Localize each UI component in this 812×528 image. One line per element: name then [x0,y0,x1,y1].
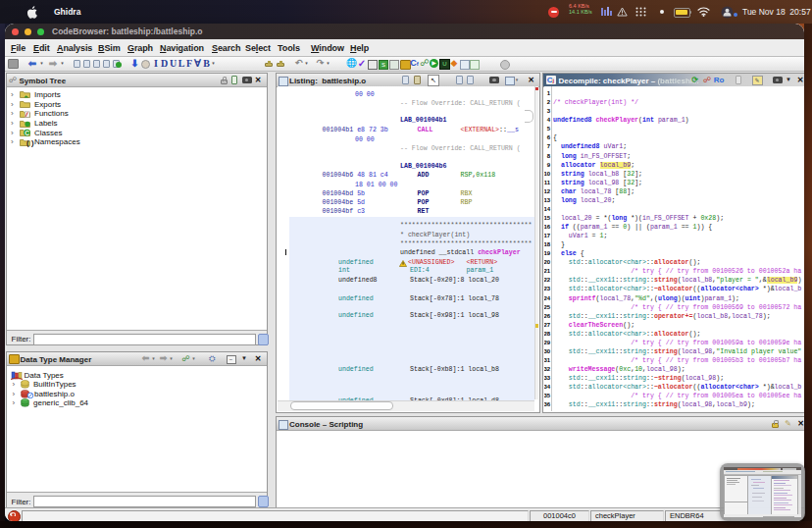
svg-text:C: C [25,130,29,136]
